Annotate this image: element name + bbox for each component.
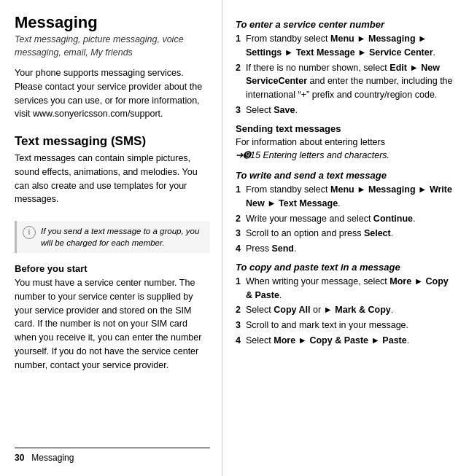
- footer: 30 Messaging: [15, 448, 210, 463]
- main-title: Messaging: [15, 13, 210, 32]
- list-item: 3Scroll to an option and press Select.: [236, 227, 457, 241]
- list-item: 4Press Send.: [236, 242, 457, 256]
- list-item: 3Scroll to and mark text in your message…: [236, 319, 457, 332]
- list-item: 4Select More ► Copy & Paste ► Paste.: [236, 334, 457, 348]
- sms-title: Text messaging (SMS): [15, 134, 210, 149]
- tip-text: If you send a text message to a group, y…: [41, 225, 204, 249]
- list-item: 2If there is no number shown, select Edi…: [236, 61, 457, 102]
- before-start-title: Before you start: [15, 263, 210, 274]
- page-number: 30: [15, 453, 24, 463]
- list-item: 1When writing your message, select More …: [236, 275, 457, 303]
- sending-ref: ➔➒15 Entering letters and characters.: [236, 150, 389, 160]
- list-item: 2Write your message and select Continue.: [236, 212, 457, 226]
- sending-title: Sending text messages: [236, 123, 457, 134]
- intro-text: Your phone supports messaging services. …: [15, 66, 210, 121]
- write-send-steps: 1From standby select Menu ► Messaging ► …: [236, 183, 457, 256]
- page: Messaging Text messaging, picture messag…: [0, 0, 469, 476]
- list-item: 2Select Copy All or ► Mark & Copy.: [236, 303, 457, 317]
- left-column: Messaging Text messaging, picture messag…: [0, 0, 222, 476]
- write-send-title: To write and send a text message: [236, 170, 457, 181]
- service-center-title: To enter a service center number: [236, 19, 457, 30]
- copy-paste-steps: 1When writing your message, select More …: [236, 275, 457, 348]
- before-start-text: You must have a service center number. T…: [15, 276, 210, 372]
- tip-icon: i: [23, 226, 36, 239]
- sending-intro: For information about entering letters ➔…: [236, 136, 457, 163]
- footer-section-label: Messaging: [31, 453, 74, 463]
- list-item: 3Select Save.: [236, 104, 457, 117]
- subtitle: Text messaging, picture messaging, voice…: [15, 34, 210, 59]
- tip-box: i If you send a text message to a group,…: [15, 221, 210, 253]
- sms-text: Text messages can contain simple picture…: [15, 152, 210, 206]
- copy-paste-title: To copy and paste text in a message: [236, 262, 457, 273]
- list-item: 1From standby select Menu ► Messaging ► …: [236, 32, 457, 60]
- list-item: 1From standby select Menu ► Messaging ► …: [236, 183, 457, 211]
- right-column: To enter a service center number 1From s…: [222, 0, 469, 476]
- service-center-steps: 1From standby select Menu ► Messaging ► …: [236, 32, 457, 117]
